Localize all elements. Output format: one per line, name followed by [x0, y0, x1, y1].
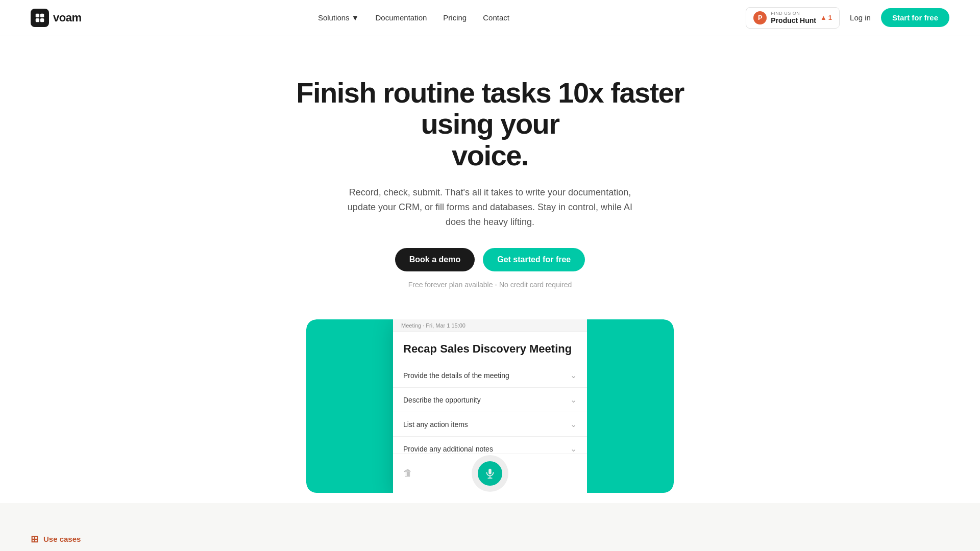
- product-hunt-text: FIND US ON Product Hunt: [771, 11, 816, 25]
- nav-solutions[interactable]: Solutions ▼: [318, 13, 359, 22]
- get-started-button[interactable]: Get started for free: [483, 248, 585, 271]
- product-hunt-badge[interactable]: P FIND US ON Product Hunt ▲ 1: [746, 7, 840, 29]
- svg-rect-3: [40, 18, 44, 22]
- start-button[interactable]: Start for free: [881, 8, 949, 27]
- accordion-item-4[interactable]: Provide any additional notes ⌄: [393, 436, 587, 454]
- logo-icon: [31, 9, 49, 27]
- use-cases-label: ⊞ Use cases: [31, 534, 949, 545]
- book-demo-button[interactable]: Book a demo: [395, 248, 475, 271]
- logo-text: voam: [53, 11, 81, 24]
- use-cases-section: ⊞ Use cases Explore what AI can do for y…: [0, 503, 980, 551]
- hero-title: Finish routine tasks 10x faster using yo…: [271, 77, 709, 171]
- trash-icon[interactable]: 🗑: [403, 468, 412, 479]
- svg-rect-2: [36, 18, 39, 22]
- hero-note: Free forever plan available - No credit …: [271, 281, 709, 289]
- hero-section: Finish routine tasks 10x faster using yo…: [260, 36, 720, 309]
- grid-icon: ⊞: [31, 534, 38, 545]
- demo-meeting-label: Meeting · Fri, Mar 1 15:00: [393, 319, 587, 332]
- accordion-item-3[interactable]: List any action items ⌄: [393, 412, 587, 436]
- accordion-label-3: List any action items: [403, 420, 468, 429]
- demo-phone-footer: 🗑: [393, 454, 587, 493]
- hero-buttons: Book a demo Get started for free: [271, 248, 709, 271]
- svg-rect-0: [36, 14, 39, 17]
- demo-right-panel: [587, 319, 674, 493]
- chevron-icon-2: ⌄: [570, 395, 577, 405]
- nav-pricing[interactable]: Pricing: [443, 13, 467, 22]
- mic-ripple: [472, 455, 508, 492]
- upvote-icon: ▲: [820, 14, 827, 21]
- accordion-item-1[interactable]: Provide the details of the meeting ⌄: [393, 363, 587, 387]
- accordion-label-2: Describe the opportunity: [403, 396, 481, 404]
- demo-card: Meeting · Fri, Mar 1 15:00 Recap Sales D…: [306, 319, 674, 493]
- svg-rect-1: [40, 14, 44, 17]
- chevron-down-icon: ▼: [352, 13, 359, 22]
- chevron-icon-1: ⌄: [570, 370, 577, 380]
- upvote-count: 1: [828, 14, 832, 21]
- nav-documentation[interactable]: Documentation: [375, 13, 427, 22]
- product-hunt-icon: P: [753, 11, 767, 24]
- demo-phone-header: Recap Sales Discovery Meeting: [393, 332, 587, 363]
- demo-left-panel: [306, 319, 393, 493]
- demo-meeting-title: Recap Sales Discovery Meeting: [403, 342, 577, 356]
- demo-phone: Meeting · Fri, Mar 1 15:00 Recap Sales D…: [393, 319, 587, 493]
- accordion-item-2[interactable]: Describe the opportunity ⌄: [393, 387, 587, 412]
- nav-links: Solutions ▼ Documentation Pricing Contac…: [318, 13, 509, 22]
- nav-right: P FIND US ON Product Hunt ▲ 1 Log in Sta…: [746, 7, 949, 29]
- chevron-icon-4: ⌄: [570, 444, 577, 454]
- accordion-label-4: Provide any additional notes: [403, 445, 493, 453]
- logo[interactable]: voam: [31, 9, 81, 27]
- nav-contact[interactable]: Contact: [483, 13, 509, 22]
- navbar: voam Solutions ▼ Documentation Pricing C…: [0, 0, 980, 36]
- chevron-icon-3: ⌄: [570, 419, 577, 429]
- accordion-label-1: Provide the details of the meeting: [403, 371, 509, 380]
- product-hunt-count: ▲ 1: [820, 14, 832, 21]
- login-button[interactable]: Log in: [850, 13, 871, 22]
- demo-accordion: Provide the details of the meeting ⌄ Des…: [393, 363, 587, 454]
- hero-subtitle: Record, check, submit. That's all it tak…: [342, 185, 638, 229]
